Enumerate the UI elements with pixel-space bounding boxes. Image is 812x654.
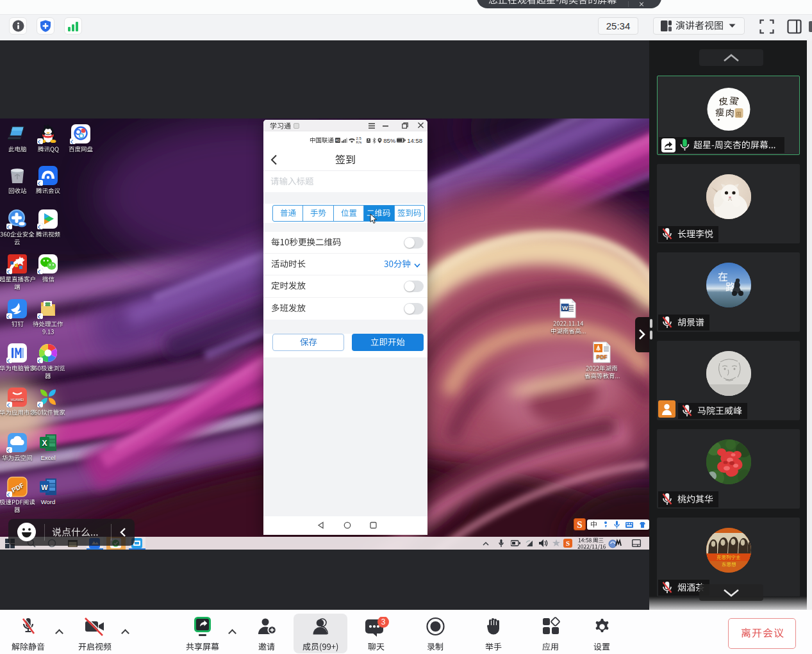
- svg-text:X: X: [42, 439, 47, 448]
- svg-text:W: W: [41, 484, 48, 491]
- svg-text:3: 3: [381, 617, 386, 626]
- svg-text:W: W: [562, 304, 568, 311]
- svg-text:HUAWEI: HUAWEI: [11, 398, 24, 402]
- svg-text:PDF: PDF: [597, 354, 608, 360]
- svg-text:4G: 4G: [335, 138, 340, 142]
